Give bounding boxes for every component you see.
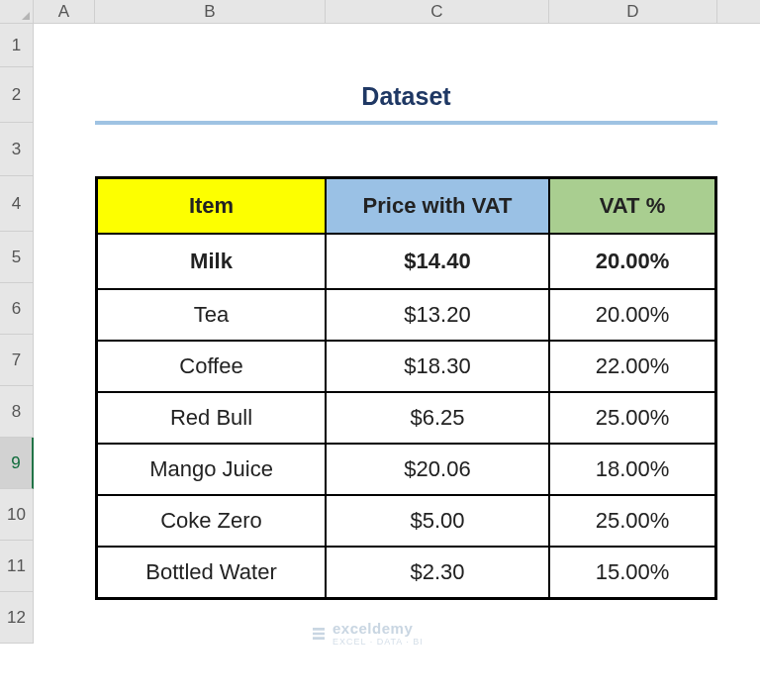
watermark: exceldemy EXCEL · DATA · BI bbox=[311, 620, 424, 647]
row-header-10[interactable]: 10 bbox=[0, 489, 33, 541]
table-row: Tea$13.2020.00% bbox=[97, 289, 715, 341]
row-header-11[interactable]: 11 bbox=[0, 541, 33, 592]
data-table: Item Price with VAT VAT % Milk$14.4020.0… bbox=[95, 176, 717, 600]
logo-icon bbox=[311, 626, 327, 642]
table-row: Coffee$18.3022.00% bbox=[97, 341, 715, 392]
cell-item[interactable]: Mango Juice bbox=[97, 444, 326, 495]
row-headers-column: 123456789101112 bbox=[0, 24, 34, 644]
cell-vat[interactable]: 22.00% bbox=[549, 341, 715, 392]
cell-vat[interactable]: 18.00% bbox=[549, 444, 715, 495]
cell-item[interactable]: Bottled Water bbox=[97, 547, 326, 598]
cell-price[interactable]: $18.30 bbox=[326, 341, 549, 392]
table-row: Bottled Water$2.3015.00% bbox=[97, 547, 715, 598]
cell-price[interactable]: $5.00 bbox=[326, 495, 549, 547]
row-header-5[interactable]: 5 bbox=[0, 232, 33, 283]
row-header-12[interactable]: 12 bbox=[0, 592, 33, 644]
table-row: Red Bull$6.2525.00% bbox=[97, 392, 715, 444]
cell-item[interactable]: Red Bull bbox=[97, 392, 326, 444]
row-header-7[interactable]: 7 bbox=[0, 335, 33, 386]
cell-item[interactable]: Coke Zero bbox=[97, 495, 326, 547]
cell-vat[interactable]: 20.00% bbox=[549, 289, 715, 341]
dataset-title: Dataset bbox=[361, 82, 450, 119]
title-underline bbox=[95, 121, 717, 125]
cell-price[interactable]: $2.30 bbox=[326, 547, 549, 598]
header-vat[interactable]: VAT % bbox=[549, 178, 715, 234]
col-header-B[interactable]: B bbox=[95, 0, 326, 23]
cell-vat[interactable]: 25.00% bbox=[549, 392, 715, 444]
row-header-1[interactable]: 1 bbox=[0, 24, 33, 67]
cell-price[interactable]: $13.20 bbox=[326, 289, 549, 341]
table-header-row: Item Price with VAT VAT % bbox=[97, 178, 715, 234]
header-price[interactable]: Price with VAT bbox=[326, 178, 549, 234]
cell-vat[interactable]: 25.00% bbox=[549, 495, 715, 547]
title-container: Dataset bbox=[95, 67, 717, 119]
grid-area[interactable]: Dataset Item Price with VAT VAT % Milk$1… bbox=[34, 24, 760, 700]
select-all-corner[interactable] bbox=[0, 0, 34, 23]
row-header-2[interactable]: 2 bbox=[0, 67, 33, 123]
row-header-3[interactable]: 3 bbox=[0, 123, 33, 176]
table-row: Milk$14.4020.00% bbox=[97, 234, 715, 289]
spreadsheet: A B C D 123456789101112 Dataset Item Pri… bbox=[0, 0, 760, 700]
cell-vat[interactable]: 15.00% bbox=[549, 547, 715, 598]
table-row: Coke Zero$5.0025.00% bbox=[97, 495, 715, 547]
row-header-4[interactable]: 4 bbox=[0, 176, 33, 232]
row-header-9[interactable]: 9 bbox=[0, 438, 34, 489]
row-header-8[interactable]: 8 bbox=[0, 386, 33, 438]
col-header-C[interactable]: C bbox=[326, 0, 549, 23]
watermark-sub: EXCEL · DATA · BI bbox=[332, 637, 424, 647]
table-row: Mango Juice$20.0618.00% bbox=[97, 444, 715, 495]
cell-item[interactable]: Tea bbox=[97, 289, 326, 341]
watermark-main: exceldemy bbox=[332, 620, 413, 637]
header-item[interactable]: Item bbox=[97, 178, 326, 234]
cell-vat[interactable]: 20.00% bbox=[549, 234, 715, 289]
row-header-6[interactable]: 6 bbox=[0, 283, 33, 335]
cell-price[interactable]: $14.40 bbox=[326, 234, 549, 289]
cell-price[interactable]: $6.25 bbox=[326, 392, 549, 444]
cell-price[interactable]: $20.06 bbox=[326, 444, 549, 495]
cell-item[interactable]: Milk bbox=[97, 234, 326, 289]
cell-item[interactable]: Coffee bbox=[97, 341, 326, 392]
col-header-D[interactable]: D bbox=[549, 0, 717, 23]
column-headers-row: A B C D bbox=[0, 0, 760, 24]
col-header-A[interactable]: A bbox=[34, 0, 95, 23]
